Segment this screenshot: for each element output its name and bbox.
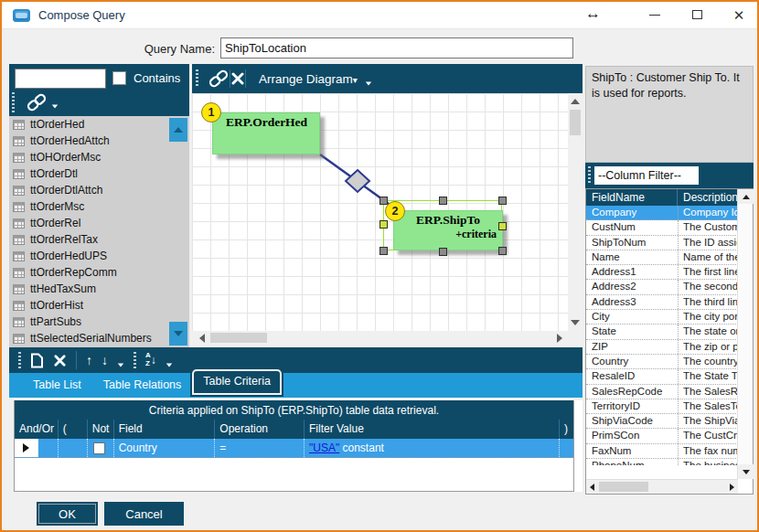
- fieldname-cell[interactable]: City: [586, 310, 678, 324]
- field-grid-row[interactable]: Address1 The first line: [586, 265, 738, 280]
- cancel-button[interactable]: Cancel: [104, 502, 184, 526]
- close-paren-cell[interactable]: [560, 439, 573, 457]
- fieldname-cell[interactable]: SalesRepCode: [586, 385, 678, 399]
- description-cell[interactable]: The SalesR: [678, 385, 738, 399]
- field-cell[interactable]: Country: [114, 439, 216, 457]
- table-list-item[interactable]: ttHedTaxSum: [9, 281, 189, 297]
- field-grid-row[interactable]: PhoneNum The busines: [586, 459, 738, 465]
- scroll-right-button[interactable]: [730, 484, 734, 491]
- fieldname-cell[interactable]: Country: [586, 355, 678, 368]
- tab-table-list[interactable]: Table List: [22, 374, 92, 398]
- andor-cell[interactable]: [38, 439, 59, 457]
- field-grid-horizontal-scrollbar[interactable]: [586, 479, 738, 494]
- scroll-left-button[interactable]: [590, 484, 594, 491]
- selection-handle-br[interactable]: [498, 247, 507, 255]
- close-button[interactable]: ✕: [726, 4, 752, 26]
- new-criteria-icon[interactable]: [30, 353, 44, 368]
- table-list-item[interactable]: ttOrderHedAttch: [9, 133, 189, 149]
- filter-value-column-header[interactable]: Filter Value: [305, 420, 560, 439]
- diagram-vertical-scrollbar[interactable]: [568, 93, 583, 331]
- close-paren-column-header[interactable]: ): [560, 420, 573, 439]
- table-list-item[interactable]: ttOrderMsc: [9, 198, 189, 215]
- fieldname-cell[interactable]: ZIP: [586, 340, 678, 354]
- field-grid-row[interactable]: PrimSCon The CustCn: [586, 429, 738, 443]
- selection-handle-bl[interactable]: [380, 247, 388, 255]
- delete-criteria-icon[interactable]: [53, 354, 67, 367]
- not-cell[interactable]: [88, 439, 114, 457]
- move-down-icon[interactable]: ↓: [102, 353, 108, 367]
- description-cell[interactable]: The ID assig: [678, 236, 738, 250]
- filter-value-cell[interactable]: "USA" constant: [305, 439, 560, 457]
- fieldname-cell[interactable]: ResaleID: [586, 369, 678, 383]
- fieldname-cell[interactable]: PrimSCon: [586, 429, 678, 442]
- field-grid-row[interactable]: CustNum The Custom: [586, 220, 738, 235]
- description-cell[interactable]: The city por: [678, 310, 738, 324]
- fieldname-cell[interactable]: FaxNum: [586, 444, 678, 458]
- scroll-up-button[interactable]: [738, 189, 754, 204]
- table-list-item[interactable]: ttOrderRepComm: [9, 264, 189, 281]
- table-list-item[interactable]: ttOrderHed: [9, 116, 189, 133]
- description-cell[interactable]: The ShipVia: [678, 414, 738, 428]
- description-cell[interactable]: The busines: [678, 459, 738, 465]
- sort-icon[interactable]: AZ ↓: [145, 352, 156, 368]
- selection-handle-mr[interactable]: [498, 222, 507, 230]
- open-paren-cell[interactable]: [59, 439, 88, 457]
- scroll-up-icon[interactable]: [571, 99, 580, 104]
- description-cell[interactable]: The state or: [678, 325, 738, 338]
- fieldname-cell[interactable]: ShipToNum: [586, 236, 678, 250]
- description-cell[interactable]: The second: [678, 280, 738, 293]
- fieldname-column-header[interactable]: FieldName: [586, 189, 678, 206]
- field-grid-row[interactable]: Address2 The second: [586, 280, 738, 294]
- field-column-header[interactable]: Field: [114, 420, 216, 439]
- field-grid-row[interactable]: ZIP The zip or p: [586, 340, 738, 355]
- description-cell[interactable]: The fax num: [678, 444, 738, 458]
- fieldname-cell[interactable]: Address3: [586, 295, 678, 309]
- selection-handle-bm[interactable]: [439, 248, 447, 256]
- overflow-caret-icon[interactable]: [166, 363, 172, 367]
- table-list-item[interactable]: ttOrderHist: [9, 297, 189, 314]
- tab-table-criteria[interactable]: Table Criteria: [192, 369, 282, 395]
- criteria-row[interactable]: Country = "USA" constant: [15, 439, 573, 458]
- description-cell[interactable]: The SalesTe: [678, 399, 738, 413]
- field-grid-row[interactable]: Address3 The third lin: [586, 295, 738, 310]
- scroll-down-button[interactable]: [738, 464, 754, 479]
- description-cell[interactable]: The zip or p: [678, 340, 738, 354]
- move-up-icon[interactable]: ↑: [86, 353, 92, 367]
- fieldname-cell[interactable]: Address1: [586, 265, 678, 279]
- delete-relation-icon[interactable]: [230, 71, 245, 86]
- selection-handle-ml[interactable]: [380, 220, 388, 229]
- not-column-header[interactable]: Not: [88, 420, 114, 439]
- field-grid-row[interactable]: SalesRepCode The SalesR: [586, 385, 738, 399]
- overflow-caret-icon[interactable]: [118, 363, 123, 367]
- table-list-item[interactable]: ttOrderHedUPS: [9, 248, 189, 264]
- arrange-diagram-button[interactable]: Arrange Diagram▾: [259, 72, 358, 86]
- operation-column-header[interactable]: Operation: [215, 420, 305, 439]
- table-list-item[interactable]: ttPartSubs: [9, 314, 189, 330]
- fieldname-cell[interactable]: PhoneNum: [586, 459, 678, 465]
- fieldname-cell[interactable]: Company: [586, 206, 678, 219]
- description-cell[interactable]: Company Id: [678, 206, 738, 219]
- contains-checkbox[interactable]: [112, 71, 126, 85]
- description-cell[interactable]: The third lin: [678, 295, 738, 309]
- scroll-down-icon[interactable]: [571, 320, 580, 325]
- table-list-scroll-up[interactable]: [169, 118, 187, 142]
- field-grid-row[interactable]: ResaleID The State T: [586, 369, 738, 384]
- field-grid-row[interactable]: TerritoryID The SalesTe: [586, 399, 738, 414]
- fieldname-cell[interactable]: ShipViaCode: [586, 414, 678, 428]
- not-checkbox[interactable]: [93, 442, 105, 454]
- open-paren-column-header[interactable]: (: [59, 420, 88, 439]
- row-selector[interactable]: [15, 439, 38, 457]
- field-grid-row[interactable]: Name Name of the: [586, 250, 738, 265]
- query-name-input[interactable]: [220, 37, 573, 59]
- diagram-node-shipto[interactable]: ERP.ShipTo +criteria: [393, 210, 503, 250]
- description-cell[interactable]: The Custom: [678, 220, 738, 234]
- maximize-button[interactable]: [684, 4, 710, 26]
- scrollbar-thumb[interactable]: [210, 333, 267, 343]
- scrollbar-thumb[interactable]: [599, 482, 648, 492]
- field-grid-vertical-scrollbar[interactable]: [737, 189, 753, 479]
- table-list-item[interactable]: ttOrderRel: [9, 215, 189, 231]
- andor-column-header[interactable]: And/Or: [15, 420, 59, 439]
- field-grid-row[interactable]: ShipViaCode The ShipVia: [586, 414, 738, 429]
- table-list-item[interactable]: ttOrderRelTax: [9, 231, 189, 248]
- table-list-item[interactable]: ttSelectedSerialNumbers: [9, 330, 189, 346]
